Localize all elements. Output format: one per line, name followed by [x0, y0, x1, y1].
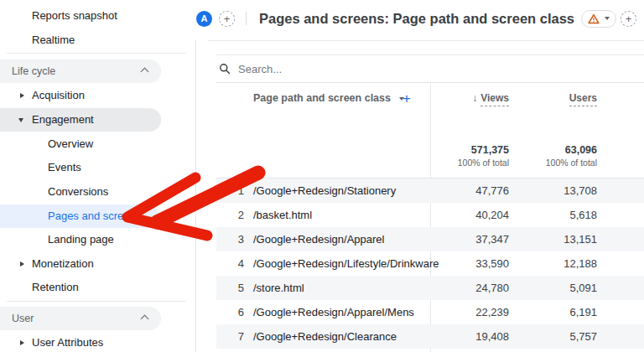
sidebar-item-label: Monetization: [32, 257, 94, 270]
sidebar-item-label: Conversions: [48, 185, 108, 198]
users-cell: 5,618: [493, 203, 597, 227]
totals-row: 571,375 100% of total 63,096 100% of tot…: [216, 113, 644, 178]
users-cell: 13,151: [493, 227, 597, 251]
users-cell: 6,191: [493, 300, 597, 324]
sidebar-item-events[interactable]: Events: [0, 156, 161, 179]
search-icon: [219, 63, 231, 75]
sidebar-section-user[interactable]: User: [0, 307, 161, 330]
add-report-button[interactable]: +: [621, 11, 636, 27]
views-total-value: 571,375: [458, 143, 509, 157]
sidebar-item-label: Overview: [48, 137, 93, 150]
users-total: 63,096 100% of total: [546, 143, 597, 169]
collapse-arrow-icon: [18, 118, 23, 122]
sidebar-item-reports-snapshot[interactable]: Reports snapshot: [0, 4, 161, 28]
row-index: 6: [216, 300, 244, 324]
views-column-header[interactable]: ↓Views: [472, 84, 509, 113]
table-row[interactable]: 6 /Google+Redesign/Apparel/Mens 22,239 6…: [216, 300, 644, 324]
sidebar-item-label: Pages and screens: [48, 210, 141, 222]
search-input[interactable]: [238, 63, 557, 75]
expand-arrow-icon: [20, 340, 24, 345]
expand-arrow-icon: [20, 93, 24, 98]
chevron-down-icon: [605, 17, 610, 20]
warning-triangle-icon: [588, 13, 600, 24]
page-path-cell: /store.html: [253, 276, 304, 300]
users-total-percent: 100% of total: [546, 157, 597, 169]
table-row[interactable]: 4 /Google+Redesign/Lifestyle/Drinkware 3…: [216, 251, 644, 276]
sidebar-item-label: Landing page: [48, 233, 114, 246]
page-path-cell: /Google+Redesign/Clearance: [253, 324, 397, 349]
table-row[interactable]: 1 /Google+Redesign/Stationery 47,776 13,…: [216, 179, 644, 203]
page-path-cell: /basket.html: [253, 203, 312, 227]
table-body: 1 /Google+Redesign/Stationery 47,776 13,…: [216, 178, 644, 349]
sidebar-item-engagement[interactable]: Engagement: [0, 108, 161, 132]
table-row[interactable]: 5 /store.html 24,780 5,091: [216, 276, 644, 300]
views-total-percent: 100% of total: [458, 157, 509, 169]
chevron-up-icon: [141, 315, 149, 324]
table-header-row: Page path and screen class + ↓Views User…: [216, 84, 644, 113]
sidebar-item-label: User Attributes: [32, 336, 103, 349]
page-path-cell: /Google+Redesign/Apparel/Mens: [253, 300, 414, 324]
sidebar-section-life-cycle[interactable]: Life cycle: [0, 60, 161, 83]
sidebar-item-landing-page[interactable]: Landing page: [0, 228, 161, 251]
dimension-label: Page path and screen class: [253, 92, 391, 104]
report-header: A + Pages and screens: Page path and scr…: [196, 0, 636, 37]
users-column-header[interactable]: Users: [569, 84, 597, 113]
users-cell: 5,757: [493, 324, 597, 349]
table-search-bar: [216, 55, 644, 83]
row-index: 3: [216, 227, 244, 251]
sidebar-item-monetization[interactable]: Monetization: [0, 252, 161, 276]
header-divider: [246, 12, 247, 25]
sidebar-section-label: User: [12, 313, 34, 324]
chevron-up-icon: [141, 68, 149, 76]
sidebar-item-label: Engagement: [32, 113, 94, 126]
add-secondary-dimension-button[interactable]: +: [402, 84, 411, 113]
sidebar-item-label: Acquisition: [32, 89, 85, 101]
sidebar-item-acquisition[interactable]: Acquisition: [0, 84, 161, 107]
row-index: 5: [216, 276, 244, 300]
views-column-label: Views: [480, 92, 509, 106]
sidebar-border: [195, 40, 196, 352]
header-border: [208, 40, 644, 41]
sidebar-item-label: Reports snapshot: [32, 9, 117, 22]
add-comparison-button[interactable]: +: [219, 11, 235, 27]
report-nav-sidebar: Reports snapshot Realtime Life cycle Acq…: [0, 0, 195, 352]
table-row[interactable]: 7 /Google+Redesign/Clearance 19,408 5,75…: [216, 324, 644, 349]
data-quality-button[interactable]: [581, 10, 616, 28]
page-path-cell: /Google+Redesign/Stationery: [253, 179, 396, 203]
users-cell: 13,708: [493, 179, 597, 203]
dimension-dropdown[interactable]: Page path and screen class: [253, 84, 404, 113]
sidebar-item-overview[interactable]: Overview: [0, 132, 161, 156]
sidebar-item-retention[interactable]: Retention: [0, 276, 161, 299]
sidebar-item-label: Retention: [32, 281, 79, 293]
sidebar-item-user-attributes[interactable]: User Attributes: [0, 331, 161, 352]
sidebar-item-realtime[interactable]: Realtime: [0, 28, 161, 52]
users-cell: 12,188: [493, 251, 597, 276]
row-index: 7: [216, 324, 244, 349]
comparison-avatar[interactable]: A: [196, 11, 212, 27]
sidebar-divider: [7, 53, 186, 54]
table-row[interactable]: 2 /basket.html 40,204 5,618: [216, 203, 644, 227]
sidebar-item-conversions[interactable]: Conversions: [0, 180, 161, 204]
table-row[interactable]: 3 /Google+Redesign/Apparel 37,347 13,151: [216, 227, 644, 251]
sidebar-item-label: Events: [48, 161, 81, 173]
users-cell: 5,091: [493, 276, 597, 300]
users-total-value: 63,096: [546, 143, 597, 157]
page-path-cell: /Google+Redesign/Apparel: [253, 227, 384, 251]
expand-arrow-icon: [20, 261, 24, 267]
sidebar-section-label: Life cycle: [12, 65, 55, 77]
row-index: 2: [216, 203, 244, 227]
sidebar-item-label: Realtime: [32, 34, 75, 46]
views-total: 571,375 100% of total: [458, 143, 509, 169]
sort-descending-icon: ↓: [472, 92, 477, 104]
page-title: Pages and screens: Page path and screen …: [259, 11, 574, 27]
sidebar-item-pages-and-screens[interactable]: Pages and screens: [0, 204, 159, 228]
row-index: 1: [216, 179, 244, 203]
sidebar-divider: [7, 301, 186, 302]
users-column-label: Users: [569, 92, 597, 106]
row-index: 4: [216, 251, 244, 276]
